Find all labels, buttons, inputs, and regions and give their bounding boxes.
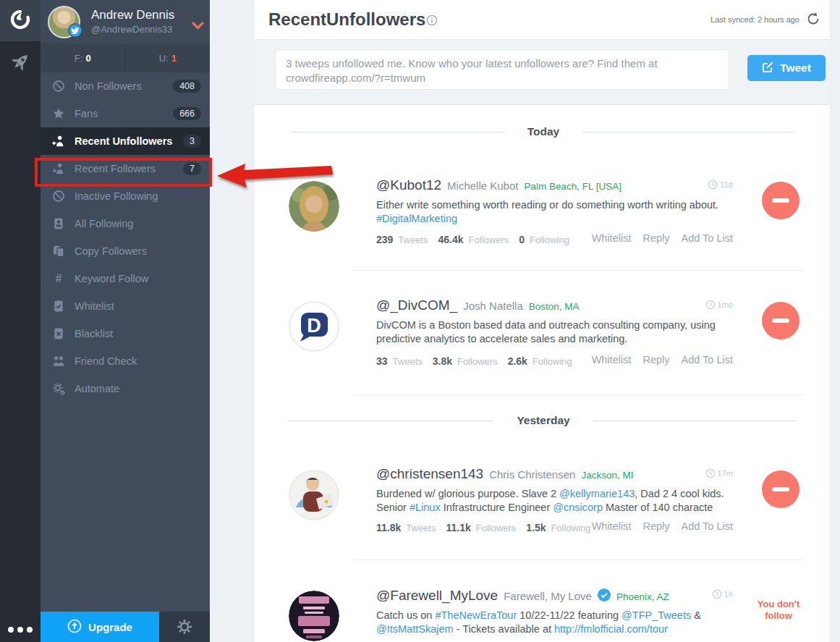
unfollow-button[interactable] bbox=[762, 182, 799, 219]
profile-name: Andrew Dennis bbox=[91, 8, 189, 22]
crowdfire-logo-icon bbox=[9, 8, 32, 34]
count-badge: 7 bbox=[183, 162, 201, 175]
followers-counter[interactable]: F: 0 bbox=[41, 43, 125, 72]
tweets-count: 239 bbox=[376, 234, 393, 245]
reply-action[interactable]: Reply bbox=[642, 354, 669, 366]
tweet-button[interactable]: Tweet bbox=[747, 55, 826, 81]
url-link[interactable]: http://fmlofficial.com/tour bbox=[554, 623, 668, 635]
time-since: 1mo bbox=[705, 300, 733, 310]
unfollow-button[interactable] bbox=[762, 470, 799, 508]
sidebar-item-all-following[interactable]: All Following bbox=[41, 210, 210, 237]
unfollowers-count: 1 bbox=[171, 53, 177, 64]
rocket-nav-button[interactable] bbox=[0, 43, 41, 84]
avatar[interactable]: D bbox=[289, 301, 339, 352]
card-actions: Whitelist Reply Add To List bbox=[592, 232, 733, 244]
hashtag-link[interactable]: #DigitalMarketing bbox=[376, 213, 457, 224]
dot-icon bbox=[27, 627, 33, 633]
time-since: 11d bbox=[708, 179, 733, 190]
sidebar-item-recent-followers[interactable]: Recent Followers 7 bbox=[41, 155, 210, 182]
tweet-composer: 3 tweeps unfollowed me. Know who your la… bbox=[255, 40, 830, 105]
follow-counters: F: 0 U: 1 bbox=[41, 43, 210, 72]
add-to-list-action[interactable]: Add To List bbox=[682, 232, 733, 244]
ban-icon bbox=[52, 190, 65, 203]
mention-link[interactable]: @ItsMattSkajem bbox=[376, 623, 454, 635]
sidebar-item-keyword-follow[interactable]: # Keyword Follow bbox=[41, 265, 210, 292]
followers-count: 3.8k bbox=[433, 355, 452, 367]
user-location: Phoenix, AZ bbox=[616, 591, 669, 602]
page-header: RecentUnfollowers Last synced: 2 hours a… bbox=[255, 0, 830, 40]
user-fullname: Michelle Kubot bbox=[447, 179, 518, 192]
user-handle[interactable]: @Farewell_MyLove bbox=[376, 588, 498, 604]
twitter-badge-icon bbox=[68, 23, 82, 41]
card-separator bbox=[355, 270, 805, 271]
user-bio: Catch us on #TheNewEraTour 10/22-11/22 f… bbox=[376, 609, 736, 636]
user-bio: DivCOM is a Boston based data and outrea… bbox=[376, 318, 736, 346]
mention-link[interactable]: @TFP_Tweets bbox=[621, 609, 691, 621]
sidebar-item-whitelist[interactable]: Whitelist bbox=[41, 292, 210, 320]
avatar[interactable] bbox=[289, 591, 339, 641]
mention-link[interactable]: @kellymarie143 bbox=[559, 488, 635, 499]
account-switcher[interactable]: Andrew Dennis @AndrewDennis33 bbox=[41, 0, 210, 43]
refresh-icon[interactable] bbox=[805, 11, 821, 27]
crowdfire-logo-button[interactable] bbox=[0, 0, 41, 41]
doc-check-icon bbox=[52, 300, 65, 313]
left-rail bbox=[0, 0, 41, 642]
avatar[interactable] bbox=[289, 470, 339, 520]
clock-icon bbox=[712, 589, 722, 599]
user-fullname: Chris Christensen bbox=[489, 468, 575, 481]
count-badge: 408 bbox=[173, 80, 201, 93]
sidebar-item-friend-check[interactable]: Friend Check bbox=[41, 347, 210, 375]
minus-icon bbox=[772, 198, 789, 203]
sidebar-item-recent-unfollowers[interactable]: Recent Unfollowers 3 bbox=[41, 127, 210, 155]
whitelist-action[interactable]: Whitelist bbox=[592, 354, 632, 366]
avatar[interactable] bbox=[289, 181, 339, 232]
unfollowers-list: Today @Kubot12 Miche bbox=[255, 105, 830, 642]
card-separator bbox=[355, 394, 805, 395]
time-since: 17m bbox=[705, 468, 733, 478]
more-options-button[interactable] bbox=[8, 627, 33, 633]
user-handle[interactable]: @Kubot12 bbox=[376, 177, 441, 193]
ban-icon bbox=[52, 80, 65, 93]
info-icon[interactable] bbox=[426, 14, 438, 29]
whitelist-action[interactable]: Whitelist bbox=[592, 232, 632, 244]
hashtag-link[interactable]: #TheNewEraTour bbox=[435, 609, 517, 621]
section-divider-today: Today bbox=[255, 125, 830, 138]
user-handle[interactable]: @_DivCOM_ bbox=[376, 297, 457, 313]
sidebar-item-fans[interactable]: Fans 666 bbox=[41, 100, 210, 127]
user-handle[interactable]: @christensen143 bbox=[376, 466, 483, 482]
tweet-composer-input[interactable]: 3 tweeps unfollowed me. Know who your la… bbox=[275, 49, 729, 90]
user-stats: 239Tweets 46.4kFollowers 0Following bbox=[376, 234, 569, 245]
chevron-down-icon[interactable] bbox=[192, 20, 204, 33]
copy-icon bbox=[52, 245, 65, 258]
user-card: @Kubot12 Michelle Kubot Palm Beach, FL [… bbox=[289, 177, 805, 271]
user-fullname: Farewell, My Love bbox=[504, 590, 592, 602]
unfollow-button[interactable] bbox=[762, 302, 799, 339]
add-to-list-action[interactable]: Add To List bbox=[682, 354, 733, 366]
add-to-list-action[interactable]: Add To List bbox=[682, 520, 733, 532]
compose-icon bbox=[762, 61, 774, 76]
count-badge: 666 bbox=[173, 107, 201, 120]
gear-icon bbox=[176, 618, 193, 635]
sidebar-item-inactive-following[interactable]: Inactive Following bbox=[41, 182, 210, 210]
sidebar-item-blacklist[interactable]: Blacklist bbox=[41, 320, 210, 347]
mention-link[interactable]: @cnsicorp bbox=[553, 502, 603, 513]
whitelist-action[interactable]: Whitelist bbox=[592, 520, 632, 532]
upgrade-button[interactable]: Upgrade bbox=[41, 612, 159, 642]
rocket-icon bbox=[8, 50, 33, 77]
following-count: 2.6k bbox=[508, 355, 527, 367]
settings-button[interactable] bbox=[159, 612, 210, 642]
sidebar-item-copy-followers[interactable]: Copy Followers bbox=[41, 237, 210, 265]
user-bio: Either write something worth reading or … bbox=[376, 198, 736, 226]
sidebar-item-automate[interactable]: Automate bbox=[41, 375, 210, 402]
following-count: 0 bbox=[519, 234, 525, 245]
clock-icon bbox=[708, 179, 718, 190]
user-stats: 33Tweets 3.8kFollowers 2.6kFollowing bbox=[376, 355, 572, 367]
sidebar-item-non-followers[interactable]: Non Followers 408 bbox=[41, 72, 210, 100]
unfollowers-counter[interactable]: U: 1 bbox=[125, 43, 211, 72]
reply-action[interactable]: Reply bbox=[642, 520, 669, 532]
minus-icon bbox=[772, 487, 789, 491]
clock-icon bbox=[705, 468, 716, 478]
reply-action[interactable]: Reply bbox=[642, 232, 669, 244]
hashtag-link[interactable]: #Linux bbox=[410, 502, 441, 513]
user-location: Jackson, MI bbox=[581, 470, 633, 481]
